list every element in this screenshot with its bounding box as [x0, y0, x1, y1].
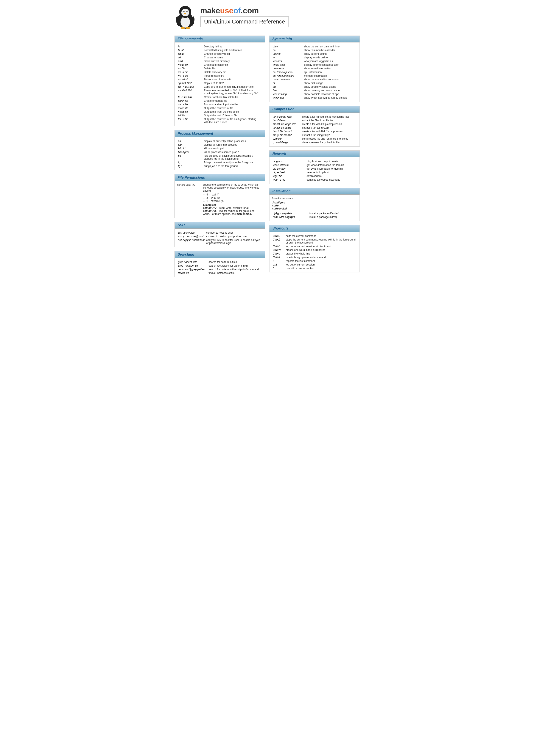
- table-row: finger userdisplay information about use…: [272, 63, 357, 67]
- table-row: wget filedownload file: [272, 174, 357, 178]
- table-row: psdisplay all currently active processes: [177, 139, 262, 143]
- site-title: makeuseof.com: [200, 6, 360, 15]
- compression-section: Compression tar cf file.tar filescreate …: [269, 106, 360, 147]
- table-row: ssh user@hostconnect to host as user: [177, 231, 262, 234]
- table-row: which appshow which app will be run by d…: [272, 96, 357, 99]
- process-management-title: Process Management: [175, 130, 265, 137]
- compression-title: Compression: [269, 106, 360, 113]
- table-row: Ctrl+Werases one word in the current lin…: [272, 248, 357, 252]
- list-item: 4 – read (r): [207, 193, 262, 196]
- svg-point-9: [187, 11, 187, 12]
- table-row: ls -alFormatted listing with hidden file…: [177, 48, 262, 52]
- table-row: ln –s file linkCreate symbolic link link…: [177, 95, 262, 99]
- desc-cp-r: Copy dir1 to dir2; create dir2 if it doe…: [203, 85, 262, 89]
- table-row: whereis appshow possible locations of ap…: [272, 92, 357, 96]
- ssh-title: SSH: [175, 222, 265, 229]
- system-info-body: dateshow the current date and time calsh…: [269, 42, 360, 102]
- desc-ls-al: Formatted listing with hidden files: [203, 48, 262, 52]
- file-commands-title: File commands: [175, 36, 265, 42]
- ssh-section: SSH ssh user@hostconnect to host as user…: [174, 222, 265, 247]
- file-permissions-section: File Permissions chmod octal file change…: [174, 174, 265, 218]
- table-row: rm fileDelete file: [177, 67, 262, 70]
- chmod-desc: change the permissions of file to octal,…: [203, 183, 262, 216]
- page-title: Unix/Linux Command Reference: [204, 18, 285, 25]
- searching-table: grep pattern filessearch for pattern in …: [177, 260, 262, 275]
- cmd-pwd: pwd: [177, 59, 203, 63]
- table-row: ping hostping host and output results: [272, 159, 357, 163]
- network-table: ping hostping host and output results wh…: [272, 159, 357, 181]
- table-row: dpkg -i pkg.debinstall a package (Debian…: [272, 211, 357, 215]
- cmd-mv: mv file1 file2: [177, 89, 203, 95]
- chmod-values-list: 4 – read (r) 2 – write (w) 1 – execute (…: [207, 193, 262, 202]
- table-row: dateshow the current date and time: [272, 44, 357, 48]
- table-row: uname -ashow kernel information: [272, 67, 357, 70]
- table-row: wget -c filecontinue a stopped download: [272, 178, 357, 181]
- desc-touch: Create or update file: [203, 99, 262, 103]
- desc-rm-file: Delete file: [203, 67, 262, 70]
- table-row: tar czf file.tar.gz filescreate a tar wi…: [272, 122, 357, 126]
- table-row: cat /proc /cpuinfocpu information: [272, 70, 357, 74]
- list-item: 2 – write (w): [207, 196, 262, 199]
- title-area: makeuseof.com Unix/Linux Command Referen…: [200, 6, 360, 27]
- chmod-cmd: chmod octal file: [177, 183, 201, 186]
- file-permissions-body: chmod octal file change the permissions …: [175, 181, 265, 218]
- svg-point-8: [184, 11, 184, 12]
- install-make: make: [272, 204, 357, 207]
- cmd-tail-f: tail –f file: [177, 117, 203, 124]
- svg-point-12: [186, 27, 190, 29]
- table-row: tar xf file.tarextract the files from fi…: [272, 119, 357, 122]
- table-row: command | grep patternsearch for pattern…: [177, 267, 262, 271]
- desc-tail-f: Output the contents of file as it grows,…: [203, 117, 262, 124]
- cmd-rm-r-dir: rm –r dir: [177, 70, 203, 74]
- install-source-label: Install from source:: [272, 197, 357, 200]
- desc-rm-r-dir: Delete directory dir: [203, 70, 262, 74]
- table-row: tar xjf file.tar.bz2extract a tar using …: [272, 133, 357, 137]
- file-permissions-title: File Permissions: [175, 174, 265, 181]
- main-content: File commands lsDirectory listing ls -al…: [174, 36, 360, 277]
- table-row: pwdShow current directory: [177, 59, 262, 63]
- cmd-rm-file: rm file: [177, 67, 203, 70]
- cmd-touch: touch file: [177, 99, 203, 103]
- cmd-ls-al: ls -al: [177, 48, 203, 52]
- table-row: rm –r dirDelete directory dir: [177, 70, 262, 74]
- network-section: Network ping hostping host and output re…: [269, 150, 360, 184]
- cmd-more: more file: [177, 106, 203, 110]
- table-row: dfshow disk usage: [272, 81, 357, 85]
- compression-body: tar cf file.tar filescreate a tar named …: [269, 113, 360, 146]
- table-row: more fileOutput the contents of file: [177, 106, 262, 110]
- cmd-ls: ls: [177, 44, 203, 48]
- left-column: File commands lsDirectory listing ls -al…: [174, 36, 265, 277]
- file-commands-body: lsDirectory listing ls -alFormatted list…: [175, 42, 265, 126]
- process-management-body: psdisplay all currently active processes…: [175, 137, 265, 170]
- table-row: *use with extreme caution: [272, 266, 357, 270]
- table-row: gzip filecompresses file and renames it …: [272, 137, 357, 141]
- table-row: Ctrl+Rtype to bring up a recent command: [272, 256, 357, 259]
- list-item: 1 – execute (x): [207, 200, 262, 202]
- right-column: System Info dateshow the current date an…: [269, 36, 360, 277]
- file-commands-section: File commands lsDirectory listing ls -al…: [174, 36, 265, 126]
- site-com: .com: [241, 6, 259, 15]
- table-row: rm –rf dirFor remove directory dir: [177, 78, 262, 81]
- table-row: ssh-copy-id user@hostadd your key to hos…: [177, 238, 262, 245]
- shortcuts-title: Shortcuts: [269, 225, 360, 232]
- svg-point-3: [181, 9, 189, 16]
- table-row: lsDirectory listing: [177, 44, 262, 48]
- site-use: use: [220, 6, 234, 15]
- table-row: head fileOutput the firest 10 lines of f…: [177, 110, 262, 114]
- svg-point-1: [181, 16, 190, 28]
- process-table: psdisplay all currently active processes…: [177, 139, 262, 168]
- table-row: touch fileCreate or update file: [177, 99, 262, 103]
- network-body: ping hostping host and output results wh…: [269, 157, 360, 184]
- table-row: dig -x hostreverse lookup host: [272, 171, 357, 174]
- table-row: uptimeshow current uptime: [272, 52, 357, 56]
- examples-label: Examples:: [203, 203, 262, 206]
- table-row: freeshow memory and swap usage: [272, 89, 357, 92]
- penguin-icon: [174, 4, 196, 29]
- desc-ls: Directory listing: [203, 44, 262, 48]
- table-row: fg abrings job a to the foreground: [177, 164, 262, 168]
- cmd-cat: cat > file: [177, 103, 203, 106]
- table-row: exitlog out of current session: [272, 263, 357, 266]
- install-configure: ./configure: [272, 201, 357, 204]
- table-row: tar xzf file.tar.gzextract a tar using G…: [272, 126, 357, 129]
- shortcuts-section: Shortcuts Ctrl+Chalts the current comman…: [269, 225, 360, 272]
